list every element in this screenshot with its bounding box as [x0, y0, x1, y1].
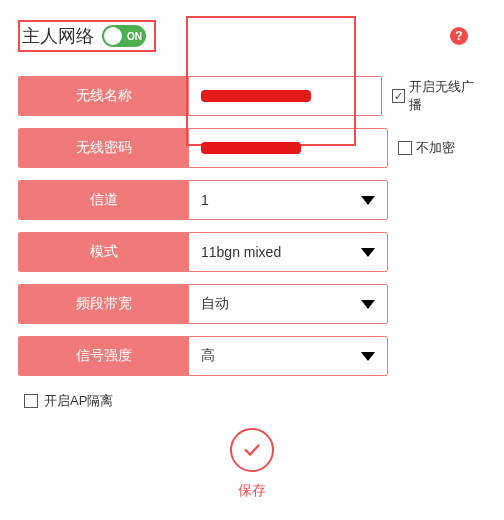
label-channel: 信道 — [19, 181, 189, 219]
settings-rows: 无线名称 ✓ 开启无线广播 无线密码 不加密 信道 1 — [18, 76, 486, 376]
ap-isolation-label: 开启AP隔离 — [44, 392, 113, 410]
label-ssid: 无线名称 — [19, 77, 189, 115]
checkbox-icon — [24, 394, 38, 408]
toggle-state-label: ON — [127, 31, 142, 42]
chevron-down-icon — [361, 196, 375, 205]
chevron-down-icon — [361, 300, 375, 309]
check-icon — [241, 439, 263, 461]
row-bandwidth: 频段带宽 自动 — [18, 284, 486, 324]
label-bandwidth: 频段带宽 — [19, 285, 189, 323]
no-encrypt-label: 不加密 — [416, 139, 455, 157]
master-toggle[interactable]: ON — [102, 25, 146, 47]
save-button[interactable] — [230, 428, 274, 472]
ap-isolation-checkbox[interactable]: 开启AP隔离 — [24, 392, 486, 410]
row-signal: 信号强度 高 — [18, 336, 486, 376]
checkbox-icon — [398, 141, 412, 155]
broadcast-checkbox[interactable]: ✓ 开启无线广播 — [392, 76, 486, 116]
select-mode[interactable]: 11bgn mixed — [189, 233, 387, 271]
chevron-down-icon — [361, 248, 375, 257]
broadcast-label: 开启无线广播 — [409, 78, 486, 114]
select-signal[interactable]: 高 — [189, 337, 387, 375]
row-ssid: 无线名称 ✓ 开启无线广播 — [18, 76, 486, 116]
label-password: 无线密码 — [19, 129, 189, 167]
field-password: 无线密码 — [18, 128, 388, 168]
redacted-ssid — [201, 90, 311, 102]
field-mode: 模式 11bgn mixed — [18, 232, 388, 272]
value-signal: 高 — [201, 347, 215, 365]
redacted-password — [201, 142, 301, 154]
field-signal: 信号强度 高 — [18, 336, 388, 376]
save-label: 保存 — [238, 482, 266, 500]
save-section: 保存 — [18, 428, 486, 500]
input-password[interactable] — [189, 129, 387, 167]
value-mode: 11bgn mixed — [201, 244, 281, 260]
checkbox-icon: ✓ — [392, 89, 406, 103]
select-channel[interactable]: 1 — [189, 181, 387, 219]
value-channel: 1 — [201, 192, 209, 208]
no-encrypt-checkbox[interactable]: 不加密 — [398, 128, 455, 168]
field-channel: 信道 1 — [18, 180, 388, 220]
row-channel: 信道 1 — [18, 180, 486, 220]
help-icon[interactable]: ? — [450, 27, 468, 45]
page-title: 主人网络 — [22, 24, 94, 48]
field-bandwidth: 频段带宽 自动 — [18, 284, 388, 324]
row-password: 无线密码 不加密 — [18, 128, 486, 168]
label-mode: 模式 — [19, 233, 189, 271]
input-ssid[interactable] — [189, 77, 381, 115]
select-bandwidth[interactable]: 自动 — [189, 285, 387, 323]
label-signal: 信号强度 — [19, 337, 189, 375]
header-row: 主人网络 ON ? — [18, 20, 486, 52]
value-bandwidth: 自动 — [201, 295, 229, 313]
field-ssid: 无线名称 — [18, 76, 382, 116]
header-highlight-box: 主人网络 ON — [18, 20, 156, 52]
row-mode: 模式 11bgn mixed — [18, 232, 486, 272]
chevron-down-icon — [361, 352, 375, 361]
